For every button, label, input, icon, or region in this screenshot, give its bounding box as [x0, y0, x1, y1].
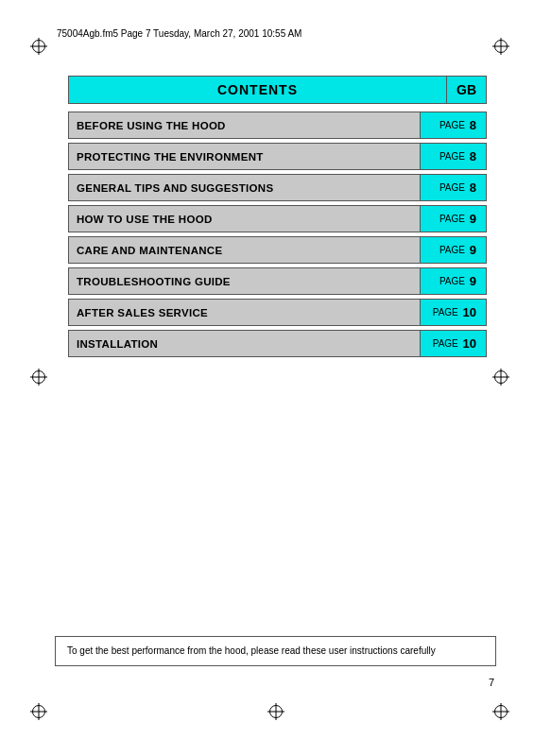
- toc-row: PROTECTING THE ENVIRONMENT PAGE 8: [68, 143, 487, 170]
- page-word: PAGE: [433, 338, 461, 349]
- toc-label: HOW TO USE THE HOOD: [69, 206, 420, 232]
- toc-label: INSTALLATION: [69, 331, 420, 356]
- page-word: PAGE: [439, 245, 468, 255]
- toc-page: PAGE 8: [420, 175, 486, 200]
- crosshair-bottom-center: [267, 703, 284, 720]
- contents-header: CONTENTS GB: [68, 76, 487, 104]
- page-num: 9: [470, 212, 476, 226]
- toc-page: PAGE 9: [420, 237, 486, 263]
- toc-row: HOW TO USE THE HOOD PAGE 9: [68, 205, 487, 232]
- toc-page: PAGE 9: [420, 206, 486, 232]
- page-num: 10: [463, 336, 476, 351]
- toc-label: PROTECTING THE ENVIRONMENT: [69, 144, 420, 169]
- toc-row: AFTER SALES SERVICE PAGE 10: [68, 299, 487, 326]
- content-area: CONTENTS GB BEFORE USING THE HOOD PAGE 8…: [68, 76, 487, 361]
- header-meta: 75004Agb.fm5 Page 7 Tuesday, March 27, 2…: [57, 28, 496, 39]
- toc-label: BEFORE USING THE HOOD: [69, 112, 420, 138]
- toc-label: AFTER SALES SERVICE: [69, 300, 420, 325]
- toc-row: BEFORE USING THE HOOD PAGE 8: [68, 112, 487, 139]
- crosshair-middle-left: [30, 369, 47, 386]
- bottom-note: To get the best performance from the hoo…: [55, 636, 496, 666]
- crosshair-middle-right: [492, 369, 509, 386]
- toc-container: BEFORE USING THE HOOD PAGE 8 PROTECTING …: [68, 112, 487, 361]
- toc-row: GENERAL TIPS AND SUGGESTIONS PAGE 8: [68, 174, 487, 201]
- toc-page: PAGE 8: [420, 112, 486, 138]
- toc-row: TROUBLESHOOTING GUIDE PAGE 9: [68, 267, 487, 295]
- page-num: 8: [470, 149, 476, 163]
- page-num: 10: [463, 305, 476, 319]
- contents-title: CONTENTS: [68, 76, 446, 104]
- crosshair-top-right: [492, 38, 509, 55]
- toc-page: PAGE 8: [420, 144, 486, 169]
- crosshair-top-left: [30, 38, 47, 55]
- page-word: PAGE: [439, 276, 468, 286]
- page-num: 8: [470, 118, 476, 132]
- page-word: PAGE: [439, 182, 468, 193]
- toc-label: TROUBLESHOOTING GUIDE: [69, 268, 420, 294]
- page-word: PAGE: [439, 214, 468, 224]
- page-num: 9: [470, 274, 476, 288]
- toc-page: PAGE 10: [420, 300, 486, 325]
- toc-page: PAGE 9: [420, 268, 486, 294]
- bottom-note-text: To get the best performance from the hoo…: [67, 645, 436, 656]
- header-meta-text: 75004Agb.fm5 Page 7 Tuesday, March 27, 2…: [57, 28, 301, 39]
- contents-gb: GB: [446, 76, 487, 104]
- page-num: 8: [470, 180, 476, 195]
- toc-label: CARE AND MAINTENANCE: [69, 237, 420, 263]
- page-num: 9: [470, 243, 476, 257]
- toc-label: GENERAL TIPS AND SUGGESTIONS: [69, 175, 420, 200]
- page-word: PAGE: [439, 151, 468, 162]
- page-number: 7: [489, 677, 494, 688]
- toc-page: PAGE 10: [420, 331, 486, 356]
- crosshair-bottom-right: [492, 703, 509, 720]
- toc-row: INSTALLATION PAGE 10: [68, 330, 487, 357]
- page: 75004Agb.fm5 Page 7 Tuesday, March 27, 2…: [0, 0, 534, 756]
- page-word: PAGE: [433, 307, 461, 318]
- page-word: PAGE: [439, 120, 468, 130]
- toc-row: CARE AND MAINTENANCE PAGE 9: [68, 236, 487, 264]
- crosshair-bottom-left: [30, 703, 47, 720]
